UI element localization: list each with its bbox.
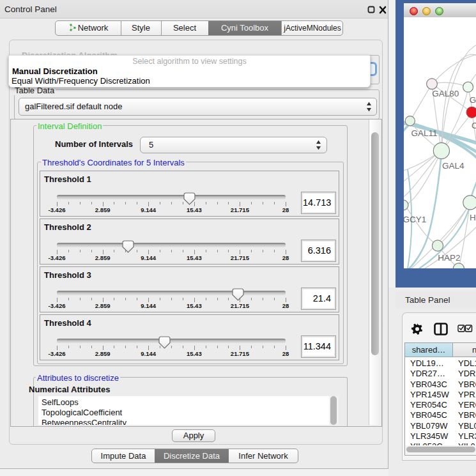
svg-text:GCY1: GCY1 [404, 215, 426, 224]
svg-text:HIS: HIS [470, 213, 476, 222]
svg-text:HAP2: HAP2 [438, 253, 460, 263]
svg-text:GAL11: GAL11 [411, 128, 438, 138]
svg-text:CYC: CYC [472, 121, 476, 130]
svg-text:GAL4: GAL4 [442, 161, 464, 171]
svg-text:GAL: GAL [470, 95, 476, 105]
svg-text:GAL80: GAL80 [432, 89, 459, 98]
